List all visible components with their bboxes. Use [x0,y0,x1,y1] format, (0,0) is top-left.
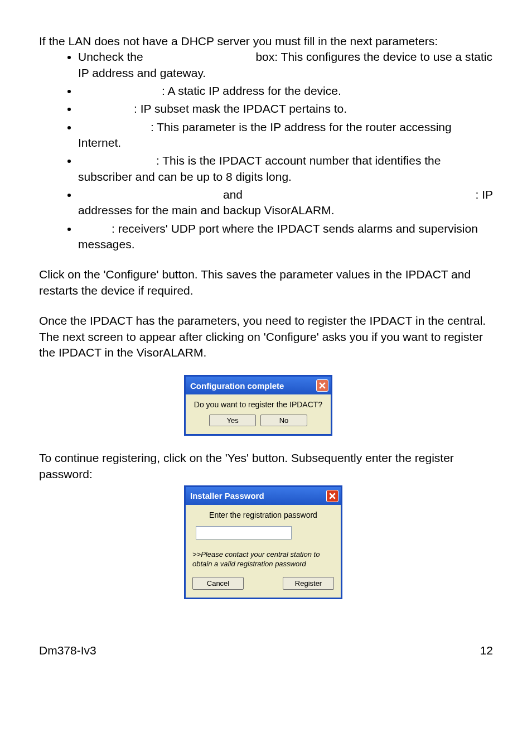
bullet-text: : This parameter is the IP address for t… [78,121,452,149]
paragraph-register-info: Once the IPDACT has the parameters, you … [39,313,493,360]
list-item: : IP subset mask the IPDACT pertains to. [78,101,493,117]
list-item: : This parameter is the IP address for t… [78,119,493,151]
dialog-title-bar: Configuration complete [186,377,331,394]
no-button[interactable]: No [260,415,307,426]
bullet-text: addresses for the main and backup VisorA… [78,203,493,218]
parameter-list: Uncheck the box: This configures the dev… [39,49,493,252]
cancel-button[interactable]: Cancel [192,577,244,590]
installer-password-dialog: Installer Password Enter the registratio… [184,485,342,599]
bullet-text: : This is the IPDACT account number that… [78,154,441,182]
list-item: : A static IP address for the device. [78,83,493,99]
yes-button[interactable]: Yes [209,415,256,426]
config-complete-dialog: Configuration complete Do you want to re… [184,375,332,436]
paragraph-configure: Click on the 'Configure' button. This sa… [39,267,493,298]
intro-text: If the LAN does not have a DHCP server y… [39,33,493,49]
list-item: : This is the IPDACT account number that… [78,153,493,185]
dialog-title-text: Installer Password [190,491,264,500]
dialog-note: >>Please contact your central station to… [192,550,334,569]
paragraph-continue: To continue registering, click on the 'Y… [39,450,493,482]
password-input[interactable] [196,526,292,540]
register-button[interactable]: Register [283,577,334,590]
bullet-text: : receivers' UDP port where the IPDACT s… [78,222,478,251]
bullet-text: and [223,188,243,201]
footer-page-number: 12 [480,644,493,657]
bullet-text: : A static IP address for the device. [162,84,341,97]
list-item: and : IP addresses for the main and back… [78,187,493,219]
footer-left: Dm378-Iv3 [39,644,96,657]
list-item: : receivers' UDP port where the IPDACT s… [78,221,493,253]
dialog-message: Do you want to register the IPDACT? [191,400,325,409]
bullet-text: : IP subset mask the IPDACT pertains to. [134,102,347,115]
list-item: Uncheck the box: This configures the dev… [78,49,493,81]
page-footer: Dm378-Iv3 12 [39,644,493,657]
close-icon[interactable] [316,379,328,392]
dialog-title-text: Configuration complete [190,381,284,391]
dialog-title-bar: Installer Password [186,487,341,505]
dialog-instruction: Enter the registration password [192,511,334,519]
bullet-text: : IP [475,187,493,203]
close-icon[interactable] [326,490,338,502]
bullet-text: Uncheck the [78,50,143,63]
